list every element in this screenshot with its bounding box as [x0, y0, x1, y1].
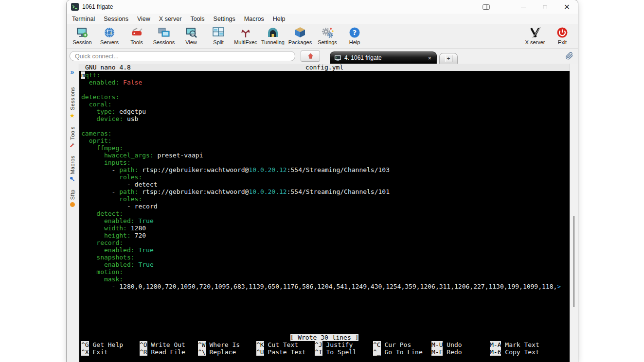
sidebar-tab-tools[interactable]: Tools [70, 126, 75, 148]
sidebar-tab-sftp[interactable]: Sftp [70, 190, 75, 207]
menu-help[interactable]: Help [268, 15, 290, 23]
sphere-icon [70, 202, 75, 207]
terminal-line: mask: [81, 276, 570, 283]
nano-shortcut: ^G Get Help [81, 341, 140, 348]
toolbar-label: Session [72, 39, 91, 45]
menu-settings[interactable]: Settings [209, 15, 240, 23]
shortcut-row: ^G Get Help^O Write Out^W Where Is^K Cut… [79, 341, 570, 348]
sidebar-tab-label: Macros [70, 155, 75, 174]
toolbar-label: X server [525, 39, 545, 45]
terminal-line: hwaccel_args: preset-vaapi [81, 152, 570, 159]
app-icon [71, 3, 79, 11]
toolbar-label: Packages [288, 39, 312, 45]
nano-shortcut: ^C Cur Pos [373, 341, 431, 348]
menu-terminal[interactable]: Terminal [68, 15, 99, 23]
toolbar-label: Tools [130, 39, 143, 45]
quick-connect-bar: 4. 1061 frigate × + [67, 49, 578, 64]
terminal-line: oprit: [81, 137, 570, 144]
package-cube-icon [294, 26, 306, 39]
toolbar-label: Tunneling [261, 39, 285, 45]
session-tab[interactable]: 4. 1061 frigate × [330, 52, 437, 64]
terminal[interactable]: GNU nano 4.8 config.yml mqtt: enabled: F… [79, 64, 570, 362]
svg-text:?: ? [353, 29, 357, 36]
sidebar-tab-label: Sessions [70, 87, 75, 110]
menu-x-server[interactable]: X server [155, 15, 186, 23]
nano-shortcut: M-6 Copy Text [490, 348, 548, 356]
monitor-plus-icon [76, 26, 89, 39]
toolbar-xserver-button[interactable]: X server [521, 26, 549, 45]
window-layout-button[interactable] [480, 0, 492, 14]
terminal-line: motion: [81, 268, 570, 276]
toolbar-multiexec-button[interactable]: MultiExec [232, 26, 259, 45]
toolbar-label: Sessions [153, 39, 175, 45]
menu-view[interactable]: View [133, 15, 155, 23]
toolbar-label: View [185, 39, 197, 45]
nano-shortcut: ^R Read File [140, 348, 198, 356]
toolbar-label: Servers [100, 39, 119, 45]
toolbar-servers-button[interactable]: Servers [96, 26, 123, 45]
terminal-line [81, 122, 570, 130]
terminal-tab-icon [334, 54, 341, 62]
detach-tab-button[interactable] [301, 51, 320, 62]
tab-close-icon[interactable]: × [427, 55, 432, 61]
terminal-scrollbar[interactable] [570, 64, 578, 362]
toolbar-split-button[interactable]: Split [205, 26, 232, 45]
terminal-line: enabled: False [81, 79, 570, 86]
menu-macros[interactable]: Macros [240, 15, 268, 23]
attachments-button[interactable] [565, 52, 574, 62]
split-view-icon [212, 26, 225, 39]
quick-connect-input[interactable] [70, 51, 295, 61]
nano-shortcut: ^K Cut Text [256, 341, 315, 348]
power-icon [556, 26, 569, 39]
maximize-button[interactable] [534, 0, 556, 14]
terminal-line [81, 86, 570, 93]
globe-icon [103, 26, 116, 39]
toolbar-view-button[interactable]: View [178, 26, 205, 45]
session-tab-label: 4. 1061 frigate [344, 54, 424, 61]
nano-shortcut: ^T To Spell [315, 348, 373, 356]
toolbar-settings-button[interactable]: Settings [314, 26, 341, 45]
menu-tools[interactable]: Tools [186, 15, 209, 23]
nano-shortcut: ^O Write Out [140, 341, 198, 348]
shortcut-row: ^X Exit^R Read File^\ Replace^U Paste Te… [79, 348, 570, 356]
pin-icon [70, 176, 75, 182]
terminal-line: width: 1280 [81, 224, 570, 232]
toolbar-packages-button[interactable]: Packages [286, 26, 314, 45]
toolbar-label: MultiExec [234, 39, 257, 45]
toolbar-exit-button[interactable]: Exit [549, 26, 576, 45]
sidebar-tab-sessions[interactable]: Sessions ★ [70, 87, 75, 119]
sidebar-expand-button[interactable]: » [71, 69, 74, 75]
minimize-button[interactable] [512, 0, 534, 14]
toolbar-tunneling-button[interactable]: Tunneling [259, 26, 286, 45]
window-layout-icon [483, 4, 490, 10]
close-button[interactable]: × [556, 0, 578, 14]
minimize-icon [521, 7, 526, 7]
monitor-magnifier-icon [185, 26, 197, 39]
terminal-line: - record [81, 203, 570, 210]
terminal-line: roles: [81, 173, 570, 181]
terminal-line: cameras: [81, 130, 570, 137]
maximize-icon [543, 5, 547, 9]
menu-sessions[interactable]: Sessions [99, 15, 133, 23]
terminal-line: detectors: [81, 93, 570, 101]
editor-content: mqtt: enabled: False detectors: coral: t… [79, 71, 570, 290]
toolbar-tools-button[interactable]: Tools [123, 26, 150, 45]
toolbox-icon [130, 26, 143, 39]
terminal-line: mqtt: [81, 71, 570, 79]
toolbar-session-button[interactable]: Session [69, 26, 96, 45]
toolbar-sessions-button[interactable]: Sessions [150, 26, 178, 45]
close-icon: × [564, 3, 570, 11]
titlebar[interactable]: 1061 frigate × [67, 0, 578, 14]
new-tab-button[interactable]: + [439, 53, 458, 64]
scrollbar-thumb[interactable] [573, 216, 574, 307]
paperclip-icon [565, 52, 574, 60]
windows-icon [158, 26, 170, 39]
sidebar-tab-macros[interactable]: Macros [70, 155, 75, 182]
toolbar-label: Split [213, 39, 223, 45]
editor-status-line: [ Wrote 30 lines ] [79, 334, 570, 341]
toolbar-label: Help [349, 39, 360, 45]
plus-icon: + [445, 55, 452, 62]
toolbar-help-button[interactable]: ? Help [341, 26, 368, 45]
terminal-line: enabled: True [81, 217, 570, 224]
toolbar: Session Servers Tools Sessions View Spli… [67, 24, 578, 49]
